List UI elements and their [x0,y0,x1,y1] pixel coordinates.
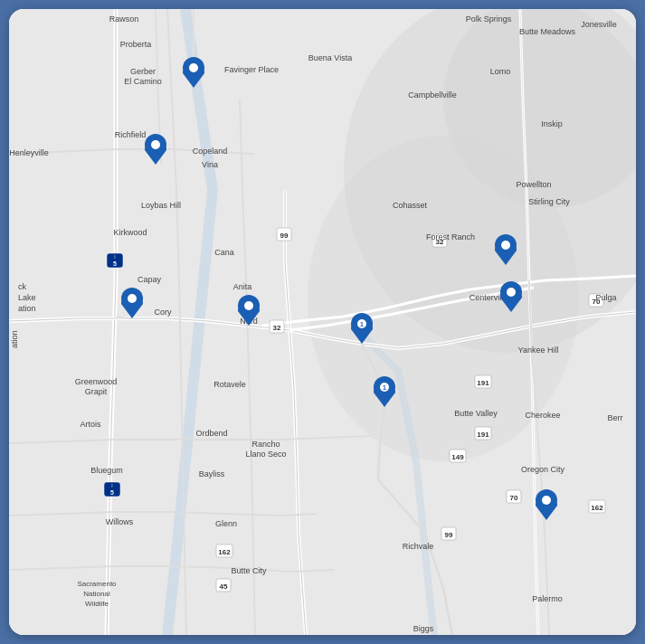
svg-text:ck: ck [18,282,27,291]
svg-text:ation: ation [18,304,36,313]
svg-text:Proberta: Proberta [120,40,152,49]
svg-text:Polk Springs: Polk Springs [466,14,512,24]
svg-text:Copeland: Copeland [193,147,228,156]
svg-text:149: 149 [451,453,464,461]
svg-text:Rancho: Rancho [251,440,280,449]
svg-text:Greenwood: Greenwood [75,377,118,386]
svg-text:Gerber: Gerber [130,67,156,76]
svg-text:32: 32 [273,324,281,332]
svg-text:Butte Meadows: Butte Meadows [519,27,576,36]
svg-text:191: 191 [477,431,489,439]
svg-text:Cana: Cana [214,248,234,257]
svg-text:Cherokee: Cherokee [525,411,560,420]
svg-text:Vina: Vina [202,160,218,169]
svg-text:1: 1 [383,384,386,391]
svg-text:Grapit: Grapit [85,387,108,396]
svg-point-107 [507,288,516,297]
svg-text:Rawson: Rawson [109,14,139,24]
svg-text:5: 5 [113,260,117,267]
svg-point-105 [501,241,510,250]
svg-point-97 [244,301,253,310]
svg-text:Loybas Hill: Loybas Hill [141,201,181,210]
svg-text:99: 99 [445,531,453,539]
svg-text:Bayliss: Bayliss [199,469,225,478]
svg-text:Artois: Artois [80,420,101,429]
svg-text:Cory: Cory [154,308,172,317]
svg-text:Henleyville: Henleyville [9,148,49,157]
svg-text:Ordbend: Ordbend [195,429,227,438]
svg-text:Jonesville: Jonesville [581,20,617,29]
svg-text:Willows: Willows [106,517,134,526]
svg-point-93 [151,140,160,149]
svg-text:Palermo: Palermo [532,594,563,603]
svg-text:162: 162 [218,548,231,556]
svg-text:Rotavele: Rotavele [213,380,246,389]
svg-text:5: 5 [110,489,114,496]
map-svg: 99 32 32 191 191 149 99 70 70 162 [9,9,636,635]
svg-text:I: I [111,483,112,488]
svg-text:Favinger Place: Favinger Place [224,65,279,74]
svg-text:191: 191 [477,379,489,387]
svg-text:Forest Ranch: Forest Ranch [426,232,475,242]
svg-text:Anita: Anita [233,282,252,291]
svg-point-91 [189,63,198,72]
svg-text:Richfield: Richfield [115,130,147,139]
svg-text:Kirkwood: Kirkwood [113,228,147,237]
svg-text:99: 99 [280,232,289,240]
svg-text:Yankee Hill: Yankee Hill [518,346,559,355]
svg-text:Stirling City: Stirling City [528,197,570,206]
svg-text:Pulga: Pulga [595,293,616,302]
svg-text:Buena Vista: Buena Vista [308,53,352,62]
svg-text:162: 162 [591,504,603,512]
svg-text:70: 70 [510,494,518,502]
svg-text:Campbellville: Campbellville [408,90,457,99]
svg-text:Llano Seco: Llano Seco [245,450,286,459]
svg-point-109 [542,496,551,505]
svg-point-95 [128,294,137,303]
map-container: 99 32 32 191 191 149 99 70 70 162 [9,9,636,635]
svg-text:Powellton: Powellton [516,180,551,189]
svg-text:El Camino: El Camino [124,77,162,86]
svg-text:ation: ation [10,330,19,348]
svg-text:Sacramento: Sacramento [77,580,117,588]
svg-text:National: National [83,590,110,598]
svg-text:Bluegum: Bluegum [90,466,123,475]
svg-text:Biggs: Biggs [413,624,434,633]
svg-text:Glenn: Glenn [215,519,237,528]
svg-text:Wildlife: Wildlife [85,600,109,608]
svg-text:Cohasset: Cohasset [393,201,428,210]
svg-text:Oregon City: Oregon City [521,465,565,474]
svg-text:Butte Valley: Butte Valley [454,409,498,418]
svg-text:1: 1 [360,321,364,327]
svg-text:Lake: Lake [18,293,36,302]
svg-text:Capay: Capay [138,275,162,284]
svg-text:Richvale: Richvale [403,542,434,551]
svg-text:Butte City: Butte City [231,566,267,575]
svg-text:45: 45 [220,582,228,591]
svg-text:Berr: Berr [607,413,622,422]
svg-text:I: I [114,254,115,260]
svg-text:Lomo: Lomo [490,67,511,76]
svg-text:Inskip: Inskip [541,119,563,128]
